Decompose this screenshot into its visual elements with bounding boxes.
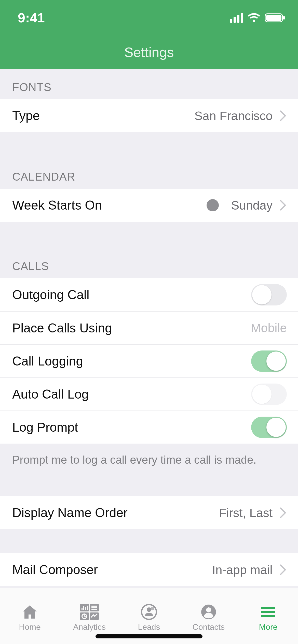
status-bar: 9:41 — [0, 0, 298, 36]
section-header-calls: CALLS — [0, 222, 298, 278]
svg-rect-11 — [91, 606, 97, 607]
chevron-right-icon — [280, 200, 287, 211]
home-icon — [21, 603, 38, 621]
row-label: Type — [12, 108, 194, 123]
row-value: Sunday — [231, 198, 273, 212]
group-calendar: Week Starts On Sunday — [0, 189, 298, 222]
row-mail-composer[interactable]: Mail Composer In-app mail — [0, 553, 298, 586]
battery-icon — [265, 13, 285, 23]
svg-rect-2 — [283, 16, 285, 20]
svg-rect-7 — [82, 608, 83, 610]
row-week-starts-on[interactable]: Week Starts On Sunday — [0, 189, 298, 222]
nav-title-bar: Settings — [0, 36, 298, 69]
row-outgoing-call: Outgoing Call — [0, 278, 298, 311]
svg-rect-8 — [83, 606, 84, 610]
row-label: Week Starts On — [12, 198, 207, 213]
tab-label: Analytics — [73, 622, 106, 632]
group-fonts: Type San Francisco — [0, 99, 298, 132]
loading-dot-icon — [207, 199, 219, 211]
status-icons — [230, 13, 285, 23]
row-label: Outgoing Call — [12, 287, 251, 302]
svg-rect-13 — [91, 609, 97, 610]
row-value: In-app mail — [212, 563, 273, 577]
home-indicator[interactable] — [96, 634, 202, 638]
tab-more[interactable]: More — [238, 588, 298, 644]
group-mail-composer: Mail Composer In-app mail — [0, 553, 298, 586]
svg-rect-1 — [266, 15, 281, 21]
cellular-signal-icon — [230, 13, 243, 23]
row-label: Mail Composer — [12, 562, 212, 577]
row-label: Call Logging — [12, 354, 251, 369]
row-font-type[interactable]: Type San Francisco — [0, 99, 298, 132]
row-label: Log Prompt — [12, 420, 251, 435]
more-icon — [261, 603, 276, 621]
tab-label: More — [259, 622, 278, 632]
svg-rect-12 — [91, 607, 97, 608]
row-display-name-order[interactable]: Display Name Order First, Last — [0, 496, 298, 529]
contacts-icon — [200, 603, 217, 621]
svg-rect-10 — [87, 606, 88, 610]
row-call-logging: Call Logging — [0, 344, 298, 377]
section-header-calendar: CALENDAR — [0, 132, 298, 189]
outgoing-call-toggle[interactable] — [251, 284, 287, 305]
section-footer-calls: Prompt me to log a call every time a cal… — [0, 444, 298, 472]
tab-label: Home — [19, 622, 40, 632]
svg-rect-9 — [85, 607, 86, 610]
svg-point-15 — [142, 605, 156, 619]
log-prompt-toggle[interactable] — [251, 417, 287, 438]
page-title: Settings — [124, 44, 174, 60]
group-display-name: Display Name Order First, Last — [0, 496, 298, 529]
row-value: San Francisco — [194, 109, 273, 123]
status-time: 9:41 — [18, 10, 45, 25]
svg-rect-20 — [261, 615, 275, 617]
chevron-right-icon — [280, 507, 287, 518]
svg-rect-18 — [261, 607, 275, 609]
section-header-fonts: FONTS — [0, 69, 298, 99]
row-value: Mobile — [251, 321, 287, 335]
leads-icon — [141, 603, 157, 621]
auto-call-log-toggle[interactable] — [251, 384, 287, 405]
analytics-icon — [80, 603, 99, 621]
row-label: Auto Call Log — [12, 387, 251, 402]
chevron-right-icon — [280, 564, 287, 575]
tab-home[interactable]: Home — [0, 588, 60, 644]
row-label: Display Name Order — [12, 505, 219, 520]
row-log-prompt: Log Prompt — [0, 411, 298, 444]
svg-rect-19 — [261, 611, 275, 613]
tab-label: Contacts — [193, 622, 225, 632]
row-auto-call-log: Auto Call Log — [0, 377, 298, 411]
svg-point-17 — [206, 607, 211, 612]
header: 9:41 Settings — [0, 0, 298, 69]
call-logging-toggle[interactable] — [251, 350, 287, 372]
wifi-icon — [248, 13, 260, 23]
row-place-calls-using[interactable]: Place Calls Using Mobile — [0, 311, 298, 344]
chevron-right-icon — [280, 110, 287, 121]
row-value: First, Last — [219, 506, 273, 520]
row-label: Place Calls Using — [12, 321, 251, 335]
tab-label: Leads — [138, 622, 160, 632]
group-calls: Outgoing Call Place Calls Using Mobile C… — [0, 278, 298, 444]
